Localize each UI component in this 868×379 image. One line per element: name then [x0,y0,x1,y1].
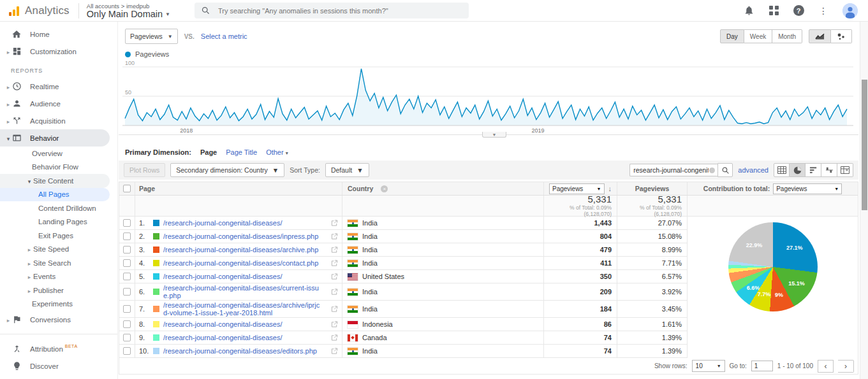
remove-secondary-dimension-icon[interactable]: × [381,185,388,192]
scrollbar-thumb[interactable] [862,80,867,210]
page-link[interactable]: /research-journal-congenital-diseases/ar… [163,301,321,317]
external-link-icon[interactable] [331,348,338,355]
external-link-icon[interactable] [331,306,338,313]
table-search-input[interactable] [629,164,717,176]
account-switcher[interactable]: All accounts > imedpub Only Main Domain▼ [87,3,170,19]
sidebar-item[interactable]: Site Speed [0,243,117,257]
page-link[interactable]: /research-journal-congenital-diseases/ [163,219,282,227]
column-header-country[interactable]: Country [348,185,373,192]
sidebar-item[interactable]: Behavior [0,129,110,147]
advanced-search-link[interactable]: advanced [738,166,769,174]
view-comparison-icon[interactable] [821,163,837,177]
primary-dimension-other[interactable]: Other ▾ [266,148,288,156]
secondary-dimension-dropdown[interactable]: Secondary dimension: Country▼ [170,163,284,177]
primary-dimension-page-title[interactable]: Page Title [226,148,257,156]
plot-rows-button[interactable]: Plot Rows [124,163,165,177]
pageviews-timeseries-chart[interactable]: 5010020182019 [122,59,853,134]
external-link-icon[interactable] [331,273,338,280]
sidebar-item[interactable]: Conversions [0,311,117,328]
column-header-page[interactable]: Page [139,185,155,192]
sidebar-item[interactable]: Customization [0,43,117,60]
table-search-button[interactable] [717,163,733,177]
external-link-icon[interactable] [331,233,338,240]
row-checkbox[interactable] [123,232,131,240]
sidebar-item[interactable]: Events [0,270,117,284]
page-link[interactable]: /research-journal-congenital-diseases/co… [163,259,318,267]
clear-search-icon[interactable] [709,168,715,173]
sidebar-item[interactable]: Acquisition [0,112,117,129]
page-link[interactable]: /research-journal-congenital-diseases/in… [163,232,318,240]
external-link-icon[interactable] [331,321,338,328]
sidebar-item[interactable]: Discover [0,357,117,375]
sort-type-dropdown[interactable]: Default▼ [325,163,369,177]
analytics-logo-icon[interactable] [9,6,19,16]
external-link-icon[interactable] [331,289,338,296]
column-header-pageviews[interactable]: Pageviews [635,185,670,192]
row-checkbox[interactable] [123,273,131,280]
row-checkbox[interactable] [123,320,131,328]
sidebar-item[interactable]: Site Content [0,174,110,188]
sidebar-item[interactable]: Publisher [0,283,117,297]
vertical-scrollbar[interactable] [860,22,868,379]
goto-page-input[interactable] [751,361,773,371]
next-page-button[interactable]: › [838,360,854,373]
view-percentage-icon[interactable] [790,163,805,177]
contribution-pie-chart[interactable]: 27.1%15.1%9%7.7%6.6%22.9% [728,222,818,311]
external-link-icon[interactable] [331,220,338,227]
row-checkbox[interactable] [123,246,131,254]
select-metric-link[interactable]: Select a metric [201,32,247,40]
primary-dimension-page[interactable]: Page [200,148,217,156]
sidebar-item[interactable]: Experiments [0,297,117,311]
more-menu-icon[interactable]: ⋮ [818,5,829,17]
sidebar-item[interactable]: Attribution BETA [0,340,117,357]
metric-dropdown[interactable]: Pageviews▼ [125,29,178,44]
sort-direction-icon[interactable]: ↓ [608,185,612,192]
external-link-icon[interactable] [331,260,338,267]
notifications-bell-icon[interactable] [743,5,754,17]
row-checkbox[interactable] [123,219,131,227]
row-checkbox[interactable] [123,347,131,355]
apps-grid-icon[interactable] [768,5,779,17]
sidebar-item[interactable]: Overview [0,147,117,161]
page-link[interactable]: /research-journal-congenital-diseases/ [163,334,282,341]
show-rows-dropdown[interactable]: 10▼ [692,360,725,372]
sort-metric-dropdown[interactable]: Pageviews▼ [549,183,605,194]
granularity-day-button[interactable]: Day [720,29,744,43]
line-chart-toggle-icon[interactable] [809,29,831,43]
scatter-chart-toggle-icon[interactable] [831,29,852,43]
view-pivot-icon[interactable] [837,163,853,177]
row-checkbox[interactable] [123,259,131,267]
chart-collapse-tab[interactable]: ▼ [482,132,506,138]
sidebar-item[interactable]: Realtime [0,78,117,95]
sidebar-item[interactable]: Home [0,25,117,43]
page-link[interactable]: /research-journal-congenital-diseases/ed… [163,347,317,355]
page-link[interactable]: /research-journal-congenital-diseases/ [163,273,282,280]
page-link[interactable]: /research-journal-congenital-diseases/cu… [163,284,321,299]
sidebar-item[interactable] [0,334,117,334]
sidebar-item[interactable]: Exit Pages [0,229,117,243]
global-search-input[interactable] [217,6,462,15]
external-link-icon[interactable] [331,247,338,254]
sidebar-item[interactable]: Audience [0,95,117,112]
user-avatar[interactable] [842,3,858,18]
sidebar-item[interactable]: All Pages [0,188,110,202]
global-search[interactable] [195,3,469,18]
sidebar-item[interactable]: Content Drilldown [0,201,117,215]
help-icon[interactable]: ? [793,5,804,17]
view-table-icon[interactable] [774,163,790,177]
sidebar-item[interactable]: Admin [0,375,117,379]
page-link[interactable]: /research-journal-congenital-diseases/ar… [163,246,318,254]
previous-page-button[interactable]: ‹ [818,360,834,373]
sidebar-item[interactable]: Landing Pages [0,215,117,229]
sidebar-item[interactable]: Behavior Flow [0,161,117,175]
sidebar-item[interactable]: Site Search [0,256,117,270]
row-checkbox[interactable] [123,288,131,296]
row-checkbox[interactable] [123,334,131,341]
page-link[interactable]: /research-journal-congenital-diseases/ [163,320,282,328]
granularity-month-button[interactable]: Month [772,29,802,43]
select-all-checkbox[interactable] [123,185,131,192]
contribution-metric-dropdown[interactable]: Pageviews▼ [773,183,842,194]
view-performance-icon[interactable] [805,163,821,177]
sidebar-item[interactable]: REPORTS [0,64,117,78]
row-checkbox[interactable] [123,305,131,313]
